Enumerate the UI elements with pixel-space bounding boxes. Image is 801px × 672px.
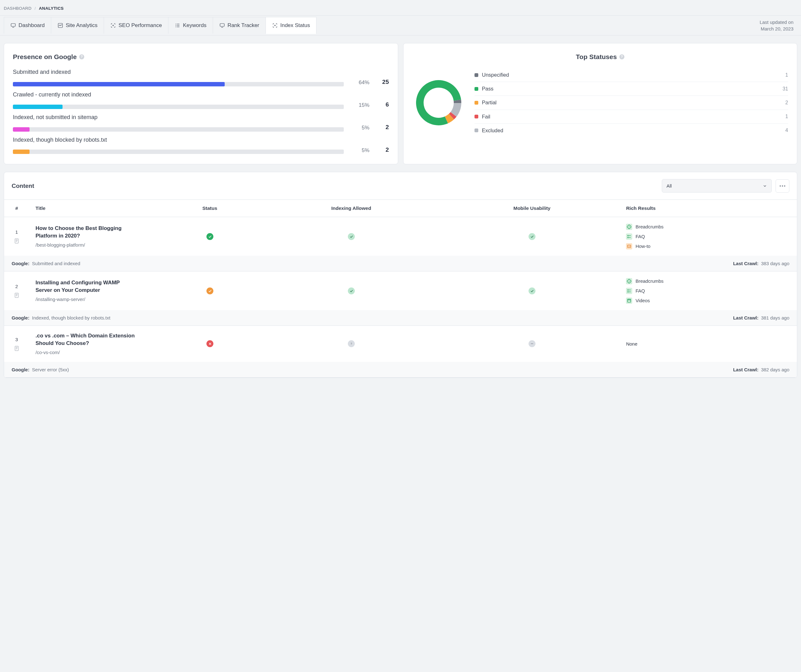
- presence-value: 2: [376, 146, 389, 154]
- status-name: Partial: [482, 99, 782, 106]
- table-row[interactable]: 3 .co vs .com – Which Domain Extension S…: [4, 326, 797, 362]
- breadcrumbs-icon: [626, 278, 632, 284]
- last-crawl-value: 381 days ago: [761, 315, 790, 320]
- status-chip: [474, 101, 478, 104]
- row-path: /best-blogging-platform/: [35, 241, 155, 248]
- content-filter-select[interactable]: All: [662, 179, 772, 193]
- last-crawl-label: Last Crawl:: [733, 367, 759, 372]
- rich-item: FAQ: [626, 233, 791, 240]
- google-status: Indexed, though blocked by robots.txt: [32, 315, 110, 320]
- status-count: 1: [785, 113, 788, 120]
- tab-dashboard[interactable]: Dashboard: [4, 17, 51, 34]
- page-icon: [14, 292, 19, 299]
- howto-icon: [626, 243, 632, 249]
- presence-label: Crawled - currently not indexed: [13, 91, 389, 99]
- tab-seo-performance[interactable]: SEO Performance: [104, 17, 169, 34]
- breadcrumb-sep: /: [35, 6, 36, 11]
- status-row: Excluded 4: [474, 124, 788, 137]
- status-badge: [206, 233, 213, 240]
- row-title[interactable]: How to Choose the Best Blogging Platform…: [35, 225, 136, 240]
- row-mobile: [444, 272, 620, 310]
- rank-tracker-icon: [219, 23, 225, 28]
- tab-index-status[interactable]: Index Status: [265, 17, 317, 34]
- rich-item: How-to: [626, 243, 791, 249]
- row-num: 2: [4, 272, 29, 310]
- tab-keywords[interactable]: Keywords: [168, 17, 213, 34]
- status-chip: [474, 129, 478, 132]
- presence-label: Indexed, not submitted in sitemap: [13, 113, 389, 121]
- rich-item: Videos: [626, 297, 791, 304]
- breadcrumb: DASHBOARD / ANALYTICS: [0, 0, 801, 15]
- keywords-icon: [175, 23, 180, 28]
- row-title-cell: Installing and Configuring WAMP Server o…: [29, 272, 161, 310]
- row-title[interactable]: .co vs .com – Which Domain Extension Sho…: [35, 332, 136, 347]
- rich-item: Breadcrumbs: [626, 223, 791, 230]
- presence-value: 6: [376, 101, 389, 109]
- status-count: 31: [782, 85, 788, 92]
- google-label: Google:: [11, 261, 29, 266]
- help-icon[interactable]: ?: [619, 55, 624, 59]
- videos-icon: [626, 297, 632, 304]
- seo-performance-icon: [110, 23, 116, 28]
- presence-pct: 64%: [351, 79, 370, 87]
- col-title: Title: [29, 200, 161, 217]
- presence-row: Indexed, though blocked by robots.txt 5%…: [13, 136, 389, 154]
- presence-pct: 15%: [351, 101, 370, 109]
- last-crawl-label: Last Crawl:: [733, 315, 759, 320]
- help-icon[interactable]: ?: [79, 55, 84, 59]
- status-badge: [529, 233, 536, 240]
- presence-row: Crawled - currently not indexed 15% 6: [13, 91, 389, 109]
- breadcrumbs-icon: [626, 224, 632, 230]
- status-badge: [206, 340, 213, 347]
- content-title: Content: [11, 182, 658, 190]
- row-status: [161, 272, 258, 310]
- col-mobile: Mobile Usability: [444, 200, 620, 217]
- last-updated: Last updated on March 20, 2023: [752, 16, 801, 35]
- google-label: Google:: [11, 367, 29, 372]
- status-badge: [348, 340, 355, 347]
- row-title-cell: .co vs .com – Which Domain Extension Sho…: [29, 326, 161, 362]
- content-card: Content All # Title Status Indexing Allo…: [4, 172, 797, 378]
- content-actions-button[interactable]: [775, 179, 790, 193]
- last-updated-label: Last updated on: [759, 19, 793, 26]
- status-row: Pass 31: [474, 82, 788, 96]
- status-chip: [474, 87, 478, 91]
- presence-title: Presence on Google: [13, 52, 77, 61]
- google-status: Submitted and indexed: [32, 261, 80, 266]
- col-num: #: [4, 200, 29, 217]
- status-badge: [206, 288, 213, 294]
- donut-chart: [412, 76, 465, 129]
- col-status: Status: [161, 200, 258, 217]
- content-table: # Title Status Indexing Allowed Mobile U…: [4, 199, 797, 377]
- row-num: 3: [4, 326, 29, 362]
- row-indexing: [258, 272, 444, 310]
- tab-rank-tracker[interactable]: Rank Tracker: [213, 17, 266, 34]
- status-count: 2: [785, 99, 788, 106]
- top-statuses-card: Top Statuses ? Unspecified 1 Pass 31 Par…: [403, 43, 798, 165]
- status-count: 4: [785, 127, 788, 134]
- content-filter-value: All: [666, 183, 672, 189]
- status-badge: [348, 233, 355, 240]
- status-badge: [529, 288, 536, 294]
- rich-none: None: [626, 341, 637, 347]
- page-icon: [14, 238, 19, 244]
- dashboard-icon: [10, 23, 16, 28]
- table-row[interactable]: 2 Installing and Configuring WAMP Server…: [4, 272, 797, 310]
- table-row[interactable]: 1 How to Choose the Best Blogging Platfo…: [4, 217, 797, 256]
- presence-card: Presence on Google ? Submitted and index…: [4, 43, 398, 165]
- presence-row: Indexed, not submitted in sitemap 5% 2: [13, 113, 389, 132]
- status-chip: [474, 73, 478, 77]
- breadcrumb-root[interactable]: DASHBOARD: [4, 6, 31, 11]
- status-count: 1: [785, 72, 788, 79]
- row-status: [161, 217, 258, 256]
- tab-site-analytics[interactable]: Site Analytics: [51, 17, 104, 34]
- chevron-down-icon: [762, 184, 767, 188]
- rich-item: FAQ: [626, 288, 791, 294]
- row-status: [161, 326, 258, 362]
- status-badge: [529, 340, 536, 347]
- row-indexing: [258, 326, 444, 362]
- presence-bar: [13, 104, 344, 109]
- row-title[interactable]: Installing and Configuring WAMP Server o…: [35, 279, 136, 294]
- status-name: Pass: [482, 85, 779, 92]
- row-rich: None: [620, 326, 797, 362]
